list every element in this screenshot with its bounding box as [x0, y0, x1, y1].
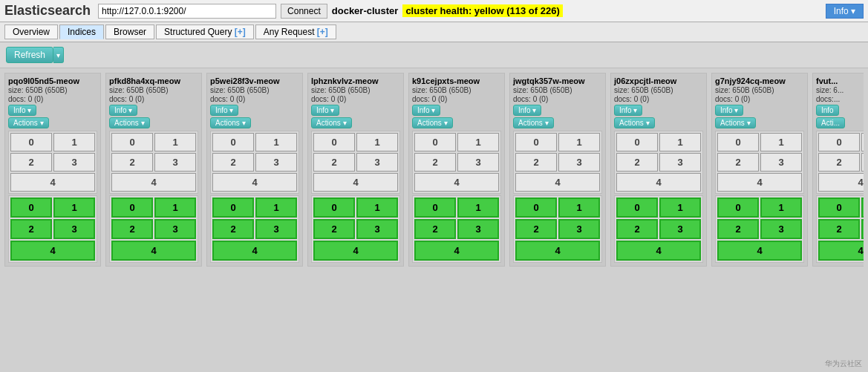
actions-small-button[interactable]: Actions ▾: [614, 117, 655, 128]
info-button-group: Info: [816, 104, 864, 117]
shard-cell: 4: [616, 173, 701, 192]
index-name: p5wei28f3v-meow: [210, 76, 299, 85]
index-docs: docs: 0 (0): [715, 95, 804, 103]
shard-cell-green: 0: [313, 198, 355, 218]
shard-grid-green: 0 1 2 3 4: [818, 198, 864, 261]
shard-section-green: 0 1 2 3 4: [614, 195, 703, 263]
shard-grid-gray: 0 1 2 3 4: [313, 133, 398, 192]
shard-cell-green: 0: [515, 198, 557, 218]
actions-small-button[interactable]: Actions ▾: [412, 117, 453, 128]
shard-cell: 1: [154, 133, 196, 151]
info-small-button[interactable]: Info: [816, 105, 839, 116]
refresh-button[interactable]: Refresh: [6, 47, 53, 63]
info-small-button[interactable]: Info ▾: [715, 105, 743, 116]
nav-overview[interactable]: Overview: [4, 25, 58, 39]
shard-section-gray: 0 1 2 3 4: [311, 131, 400, 194]
info-small-button[interactable]: Info ▾: [311, 105, 339, 116]
connect-button[interactable]: Connect: [281, 4, 327, 19]
shard-cell: 2: [717, 153, 759, 172]
toolbar: Refresh ▾: [0, 42, 868, 68]
actions-small-button[interactable]: Acti...: [816, 117, 845, 128]
shard-section-green: 0 1 2 3 4: [311, 195, 400, 263]
shard-cell: 3: [457, 153, 499, 172]
shard-cell-green: 2: [10, 219, 52, 239]
shard-grid-green: 0 1 2 3 4: [313, 198, 398, 261]
actions-small-button[interactable]: Actions ▾: [715, 117, 756, 128]
index-docs: docs: 0 (0): [109, 95, 198, 103]
actions-button-group: Actions ▾: [715, 117, 804, 129]
actions-small-button[interactable]: Actions ▾: [311, 117, 352, 128]
shard-grid-green: 0 1 2 3 4: [717, 198, 802, 261]
index-size: size: 650B (650B): [109, 86, 198, 94]
shard-cell-green: 1: [457, 198, 499, 218]
info-button-group: Info ▾: [8, 104, 97, 117]
shard-cell-green: 3: [154, 219, 196, 239]
shard-section-green: 0 1 2 3 4: [715, 195, 804, 263]
shard-cell-green: 3: [558, 219, 600, 239]
index-cards-container: pqo9l05nd5-meow size: 650B (650B) docs: …: [4, 73, 864, 267]
info-small-button[interactable]: Info ▾: [412, 105, 440, 116]
nav-any-request[interactable]: Any Request [+]: [255, 25, 336, 39]
refresh-group: Refresh ▾: [6, 47, 64, 63]
nav-bar: Overview Indices Browser Structured Quer…: [0, 22, 868, 42]
cluster-health: cluster health: yellow (113 of 226): [402, 4, 562, 17]
shard-cell-green: 4: [111, 241, 196, 261]
shard-cell-green: 1: [154, 198, 196, 218]
nav-structured-query[interactable]: Structured Query [+]: [156, 25, 254, 39]
shard-cell-green: 4: [818, 241, 864, 261]
shard-cell-green: 0: [212, 198, 254, 218]
actions-small-button[interactable]: Actions ▾: [109, 117, 150, 128]
shard-cell-green: 1: [861, 198, 864, 218]
shard-cell-green: 3: [457, 219, 499, 239]
shard-cell: 4: [111, 173, 196, 192]
shard-cell-green: 2: [717, 219, 759, 239]
info-button[interactable]: Info ▾: [826, 4, 864, 19]
shard-cell: 0: [717, 133, 759, 151]
nav-indices[interactable]: Indices: [59, 25, 104, 39]
index-size: size: 650B (650B): [8, 86, 97, 94]
shard-grid-gray: 0 1 2 3 4: [10, 133, 95, 192]
shard-cell: 3: [558, 153, 600, 172]
index-docs: docs: 0 (0): [513, 95, 602, 103]
info-small-button[interactable]: Info ▾: [109, 105, 137, 116]
info-small-button[interactable]: Info ▾: [614, 105, 642, 116]
shard-cell-green: 3: [861, 219, 864, 239]
index-docs: docs:...: [816, 95, 864, 103]
index-card: k91cejpxts-meow size: 650B (650B) docs: …: [408, 73, 505, 267]
shard-grid-green: 0 1 2 3 4: [616, 198, 701, 261]
actions-button-group: Actions ▾: [513, 117, 602, 129]
url-input[interactable]: [98, 4, 276, 19]
shard-cell-green: 3: [53, 219, 95, 239]
shard-cell: 0: [515, 133, 557, 151]
actions-small-button[interactable]: Actions ▾: [513, 117, 554, 128]
actions-small-button[interactable]: Actions ▾: [8, 117, 49, 128]
shard-cell-green: 4: [515, 241, 600, 261]
shard-cell: 4: [313, 173, 398, 192]
refresh-dropdown[interactable]: ▾: [53, 47, 64, 63]
shard-cell: 2: [616, 153, 658, 172]
shard-cell: 0: [313, 133, 355, 151]
shard-cell: 4: [717, 173, 802, 192]
info-small-button[interactable]: Info ▾: [8, 105, 36, 116]
shard-cell: 1: [457, 133, 499, 151]
shard-cell: 2: [212, 153, 254, 172]
actions-button-group: Actions ▾: [210, 117, 299, 129]
shard-cell-green: 0: [818, 198, 860, 218]
shard-cell: 2: [111, 153, 153, 172]
shard-grid-gray: 0 1 2 3 4: [515, 133, 600, 192]
info-button-group: Info ▾: [513, 104, 602, 117]
shard-cell-green: 4: [212, 241, 297, 261]
main-content: pqo9l05nd5-meow size: 650B (650B) docs: …: [0, 68, 868, 271]
shard-cell: 1: [558, 133, 600, 151]
info-small-button[interactable]: Info ▾: [210, 105, 238, 116]
info-button-group: Info ▾: [311, 104, 400, 117]
shard-grid-gray: 0 1 2 3 4: [616, 133, 701, 192]
nav-browser[interactable]: Browser: [105, 25, 154, 39]
shard-section-gray: 0 1 2 3 4: [210, 131, 299, 194]
index-docs: docs: 0 (0): [210, 95, 299, 103]
shard-cell: 1: [659, 133, 701, 151]
shard-cell-green: 3: [760, 219, 802, 239]
index-size: size: 650B (650B): [311, 86, 400, 94]
actions-small-button[interactable]: Actions ▾: [210, 117, 251, 128]
info-small-button[interactable]: Info ▾: [513, 105, 541, 116]
